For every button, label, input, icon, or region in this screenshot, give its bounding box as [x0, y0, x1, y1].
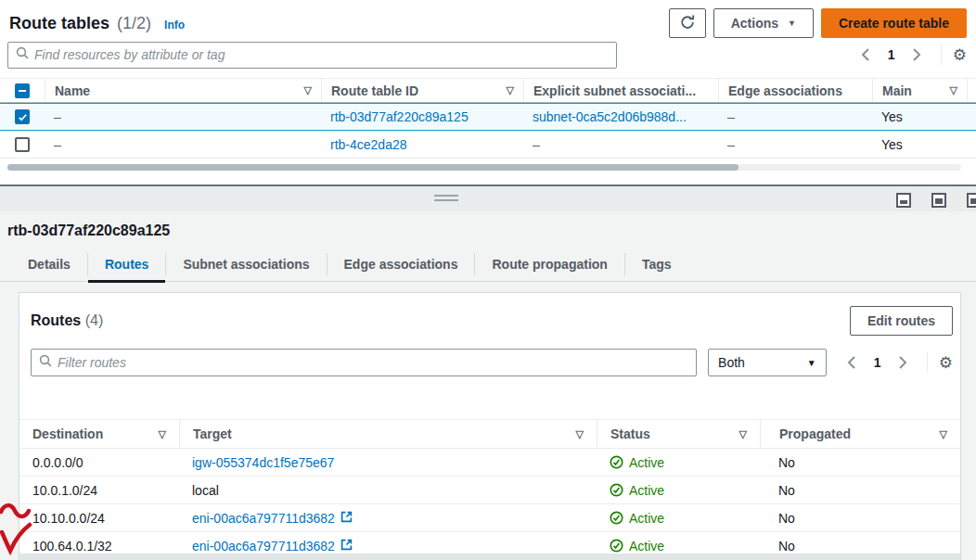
- sort-icon: ▽: [950, 84, 957, 96]
- layout-bottom-large-icon[interactable]: [931, 193, 946, 208]
- layout-bottom-small-icon[interactable]: [896, 193, 911, 208]
- actions-button[interactable]: Actions ▼: [713, 8, 814, 38]
- row-checkbox[interactable]: [15, 137, 30, 152]
- column-header-main[interactable]: Main ▽: [872, 79, 967, 102]
- next-page-button[interactable]: [892, 350, 916, 375]
- cell-edge: –: [718, 131, 872, 158]
- routes-filter-input[interactable]: [58, 355, 688, 370]
- preferences-gear-icon[interactable]: ⚙: [953, 47, 967, 63]
- row-checkbox[interactable]: [15, 109, 30, 124]
- status-badge: Active: [610, 539, 664, 554]
- select-all-cell: [0, 79, 45, 102]
- filter-row: 1 ⚙: [7, 41, 967, 69]
- resize-handle[interactable]: [434, 195, 458, 204]
- caret-down-icon: ▼: [788, 19, 796, 28]
- column-header-name[interactable]: Name ▽: [45, 79, 321, 102]
- routes-filter[interactable]: [31, 349, 697, 376]
- route-table-id-link[interactable]: rtb-4ce2da28: [330, 137, 407, 152]
- column-header-route-table-id[interactable]: Route table ID ▽: [321, 79, 523, 102]
- status-active-icon: [610, 539, 623, 553]
- tab-tags[interactable]: Tags: [625, 247, 688, 282]
- pagination: 1 ⚙: [854, 43, 967, 67]
- select-all-checkbox[interactable]: [15, 83, 30, 98]
- sort-icon: ▽: [576, 428, 584, 440]
- detail-title: rtb-03d77af220c89a125: [7, 223, 976, 239]
- routes-pagination: 1 ⚙: [840, 350, 953, 375]
- cell-propagated: No: [760, 449, 960, 476]
- info-link[interactable]: Info: [164, 19, 185, 32]
- refresh-icon: [679, 14, 696, 33]
- route-table-id-link[interactable]: rtb-03d77af220c89a125: [330, 109, 469, 124]
- cell-destination: 0.0.0.0/0: [19, 449, 179, 476]
- tab-routes[interactable]: Routes: [88, 247, 165, 282]
- resource-search[interactable]: [7, 42, 617, 69]
- routes-horizontal-scrollbar[interactable]: [19, 554, 960, 560]
- edit-routes-button[interactable]: Edit routes: [850, 306, 953, 336]
- page-number[interactable]: 1: [867, 355, 888, 370]
- search-icon: [39, 354, 52, 371]
- column-header-propagated[interactable]: Propagated ▽: [760, 420, 960, 448]
- table-row[interactable]: – rtb-4ce2da28 – – Yes: [0, 131, 976, 159]
- refresh-button[interactable]: [669, 8, 706, 38]
- routes-count: (4): [85, 312, 104, 328]
- target-link[interactable]: igw-055374dc1f5e75e67: [192, 455, 334, 470]
- route-row[interactable]: 10.10.0.0/24 eni-00ac6a797711d3682 Activ…: [19, 504, 960, 532]
- sort-icon: ▽: [940, 428, 947, 440]
- status-active-icon: [610, 511, 623, 525]
- routes-filter-row: Both ▼ 1 ⚙: [19, 345, 960, 376]
- cell-edge: –: [718, 104, 872, 130]
- cell-main: Yes: [872, 131, 967, 158]
- route-tables-table: Name ▽ Route table ID ▽ Explicit subnet …: [0, 78, 976, 159]
- routes-title: Routes (4): [31, 312, 103, 329]
- column-header-target[interactable]: Target ▽: [179, 420, 597, 448]
- sort-icon: ▽: [304, 84, 312, 96]
- column-header-explicit-subnet[interactable]: Explicit subnet associati...: [523, 79, 718, 102]
- cell-destination: 10.10.0.0/24: [19, 504, 179, 531]
- sort-icon: ▽: [159, 428, 166, 440]
- detail-tabs: Details Routes Subnet associations Edge …: [0, 247, 976, 282]
- column-header-status[interactable]: Status ▽: [597, 420, 760, 448]
- column-header-stub: [967, 79, 976, 102]
- sort-icon: ▽: [739, 428, 747, 440]
- status-active-icon: [610, 455, 623, 469]
- tab-details[interactable]: Details: [11, 247, 87, 282]
- prev-page-button[interactable]: [854, 43, 878, 67]
- page-header: Route tables (1/2) Info Actions ▼ Create…: [9, 7, 967, 39]
- cell-target: local: [179, 477, 597, 503]
- table-row[interactable]: – rtb-03d77af220c89a125 subnet-0ca5c2d06…: [0, 103, 976, 131]
- page-title: Route tables: [9, 14, 109, 33]
- route-row[interactable]: 0.0.0.0/0 igw-055374dc1f5e75e67 Active N…: [19, 449, 960, 477]
- title-group: Route tables (1/2) Info: [9, 14, 185, 33]
- horizontal-scrollbar-thumb[interactable]: [7, 164, 738, 171]
- create-route-table-button[interactable]: Create route table: [821, 8, 967, 38]
- target-link[interactable]: eni-00ac6a797711d3682: [192, 539, 335, 554]
- preferences-gear-icon[interactable]: ⚙: [939, 355, 953, 371]
- sort-icon: ▽: [507, 84, 514, 96]
- detail-panel: rtb-03d77af220c89a125 Details Routes Sub…: [0, 211, 976, 560]
- search-input[interactable]: [34, 47, 609, 62]
- layout-side-icon[interactable]: [967, 193, 976, 208]
- panel-layout-controls: [896, 193, 976, 208]
- search-icon: [16, 46, 29, 63]
- page-number[interactable]: 1: [881, 47, 902, 62]
- status-badge: Active: [610, 511, 664, 526]
- cell-name: –: [45, 104, 321, 130]
- subnet-link[interactable]: subnet-0ca5c2d06b988d...: [533, 109, 687, 124]
- tab-edge-associations[interactable]: Edge associations: [327, 247, 475, 282]
- route-row[interactable]: 10.0.1.0/24 local Active No: [19, 477, 960, 504]
- tab-route-propagation[interactable]: Route propagation: [475, 247, 623, 282]
- cell-propagated: No: [760, 504, 960, 531]
- next-page-button[interactable]: [905, 43, 930, 67]
- status-active-icon: [610, 483, 623, 497]
- split-panel-divider: [0, 185, 976, 211]
- column-header-edge-associations[interactable]: Edge associations: [718, 79, 872, 102]
- column-header-destination[interactable]: Destination ▽: [19, 420, 179, 448]
- caret-down-icon: ▼: [807, 358, 816, 368]
- cell-propagated: No: [760, 477, 960, 503]
- routes-table: Destination ▽ Target ▽ Status ▽ Propagat…: [19, 419, 960, 560]
- tab-subnet-associations[interactable]: Subnet associations: [166, 247, 326, 282]
- cell-main: Yes: [872, 104, 967, 130]
- scope-select[interactable]: Both ▼: [708, 349, 827, 376]
- target-link[interactable]: eni-00ac6a797711d3682: [192, 511, 335, 526]
- prev-page-button[interactable]: [840, 350, 864, 375]
